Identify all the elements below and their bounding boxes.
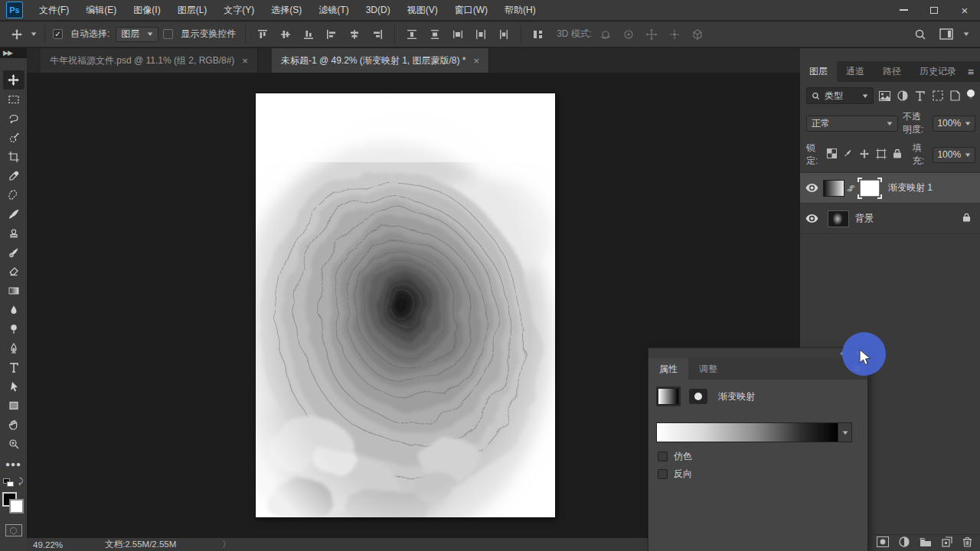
menu-layer[interactable]: 图层(L) — [169, 0, 216, 21]
distribute-left-icon[interactable] — [472, 25, 490, 44]
align-top-icon[interactable] — [253, 25, 272, 44]
show-transform-checkbox[interactable] — [163, 29, 173, 39]
menu-help[interactable]: 帮助(H) — [496, 0, 544, 21]
align-vcenter-icon[interactable] — [276, 25, 295, 44]
lock-transparency-icon[interactable] — [827, 148, 837, 161]
layer-name[interactable]: 背景 — [855, 212, 874, 225]
mask-link-icon[interactable]: 🖇 — [847, 184, 855, 193]
path-selection-tool[interactable] — [3, 377, 24, 396]
align-left-icon[interactable] — [322, 25, 341, 44]
move-tool[interactable] — [3, 70, 24, 90]
history-brush-tool[interactable] — [3, 243, 24, 262]
gradient-map-thumbnail[interactable] — [823, 180, 844, 197]
mask-badge[interactable] — [689, 389, 707, 404]
filter-shape-icon[interactable] — [932, 90, 944, 101]
filter-smart-object-icon[interactable] — [949, 90, 962, 101]
edit-toolbar-icon[interactable]: ●●● — [3, 455, 24, 474]
layer-row-background[interactable]: 背景 — [800, 204, 980, 234]
tab-channels[interactable]: 通道 — [837, 61, 874, 82]
new-layer-icon[interactable] — [942, 536, 952, 549]
tool-preset-caret[interactable]: ▼ — [29, 31, 38, 37]
status-options-chevron[interactable]: 〉 — [222, 539, 231, 550]
close-button[interactable]: × — [949, 0, 980, 21]
distribute-hcenter-icon[interactable] — [495, 25, 513, 44]
quick-selection-tool[interactable] — [3, 128, 24, 147]
background-layer-thumbnail[interactable] — [828, 210, 849, 227]
lock-pixels-icon[interactable] — [843, 148, 853, 161]
gradient-tool[interactable] — [3, 281, 24, 300]
eyedropper-tool[interactable] — [3, 166, 24, 185]
menu-type[interactable]: 文字(Y) — [215, 0, 263, 21]
dodge-tool[interactable] — [3, 319, 24, 338]
gradient-picker-dropdown[interactable]: ▼ — [838, 422, 852, 442]
crop-tool[interactable] — [3, 147, 24, 166]
zoom-level-field[interactable]: 49.22% — [33, 540, 63, 549]
rectangle-tool[interactable] — [3, 396, 24, 415]
menu-window[interactable]: 窗口(W) — [446, 0, 496, 21]
workspace-caret[interactable]: ▼ — [962, 31, 970, 37]
auto-select-dropdown[interactable]: 图层 ▼ — [116, 27, 158, 42]
reverse-checkbox[interactable] — [658, 469, 668, 479]
tab-close-icon[interactable]: × — [242, 55, 248, 67]
pen-tool[interactable] — [3, 338, 24, 357]
lock-artboard-icon[interactable] — [876, 148, 887, 161]
blend-mode-dropdown[interactable]: 正常 ▼ — [806, 116, 898, 132]
lock-position-icon[interactable] — [859, 148, 870, 161]
delete-layer-icon[interactable] — [962, 536, 972, 549]
toolbar-expand-icon[interactable]: ▶▶ — [3, 49, 12, 57]
quick-mask-button[interactable] — [5, 524, 22, 536]
layer-mask-thumbnail[interactable] — [858, 178, 882, 199]
menu-image[interactable]: 图像(I) — [125, 0, 168, 21]
doc-tab-2-active[interactable]: 未标题-1 @ 49.2% (渐变映射 1, 图层蒙版/8) * × — [272, 48, 489, 73]
new-group-icon[interactable] — [920, 537, 932, 549]
background-color[interactable] — [9, 499, 24, 514]
filter-type-icon[interactable] — [914, 91, 926, 101]
doc-tab-1[interactable]: 牛年祝福源文件.psd @ 11.1% (组 2, RGB/8#) × — [41, 48, 258, 73]
healing-brush-tool[interactable] — [3, 185, 24, 204]
maximize-button[interactable] — [919, 0, 949, 21]
filter-switch[interactable] — [967, 90, 975, 102]
align-hcenter-icon[interactable] — [345, 25, 364, 44]
visibility-eye-icon[interactable] — [800, 214, 823, 223]
filter-type-dropdown[interactable]: 类型 ▼ — [806, 87, 874, 104]
auto-select-checkbox[interactable]: ✓ — [53, 29, 63, 39]
tab-adjustments[interactable]: 调整 — [688, 358, 728, 380]
minimize-button[interactable] — [888, 0, 919, 21]
menu-file[interactable]: 文件(F) — [31, 0, 77, 21]
eraser-tool[interactable] — [3, 262, 24, 281]
layer-name[interactable]: 渐变映射 1 — [888, 181, 933, 194]
document-canvas[interactable] — [256, 93, 555, 517]
marquee-tool[interactable] — [3, 90, 24, 109]
blur-tool[interactable] — [3, 300, 24, 319]
dither-checkbox[interactable] — [658, 452, 668, 461]
brush-tool[interactable] — [3, 204, 24, 223]
distribute-vcenter-icon[interactable] — [426, 25, 444, 44]
clone-stamp-tool[interactable] — [3, 223, 24, 243]
tab-layers[interactable]: 图层 — [800, 61, 837, 82]
menu-filter[interactable]: 滤镜(T) — [310, 0, 357, 21]
panel-menu-icon[interactable]: ≡ — [968, 61, 980, 82]
filter-adjustment-icon[interactable] — [897, 90, 909, 101]
distribute-top-icon[interactable] — [403, 25, 421, 44]
opacity-field[interactable]: 100% ▼ — [933, 116, 975, 132]
hand-tool[interactable] — [3, 415, 24, 434]
distribute-spacing-icon[interactable] — [529, 25, 547, 44]
move-tool-icon[interactable] — [8, 25, 26, 44]
layer-row-gradient-map[interactable]: 🖇 渐变映射 1 — [800, 173, 980, 204]
lock-all-icon[interactable] — [893, 148, 902, 161]
search-icon[interactable] — [911, 25, 929, 44]
tab-history[interactable]: 历史记录 — [910, 61, 965, 82]
align-right-icon[interactable] — [368, 25, 387, 44]
type-tool[interactable] — [3, 357, 24, 377]
visibility-eye-icon[interactable] — [800, 184, 823, 192]
menu-edit[interactable]: 编辑(E) — [77, 0, 125, 21]
add-mask-icon[interactable] — [877, 536, 889, 549]
filter-pixel-icon[interactable] — [879, 91, 891, 101]
lasso-tool[interactable] — [3, 109, 24, 128]
tab-paths[interactable]: 路径 — [874, 61, 910, 82]
fill-field[interactable]: 100% ▼ — [933, 147, 975, 163]
menu-select[interactable]: 选择(S) — [263, 0, 310, 21]
tab-properties[interactable]: 属性 — [648, 358, 688, 380]
menu-3d[interactable]: 3D(D) — [358, 0, 399, 21]
workspace-icon[interactable] — [937, 25, 956, 44]
